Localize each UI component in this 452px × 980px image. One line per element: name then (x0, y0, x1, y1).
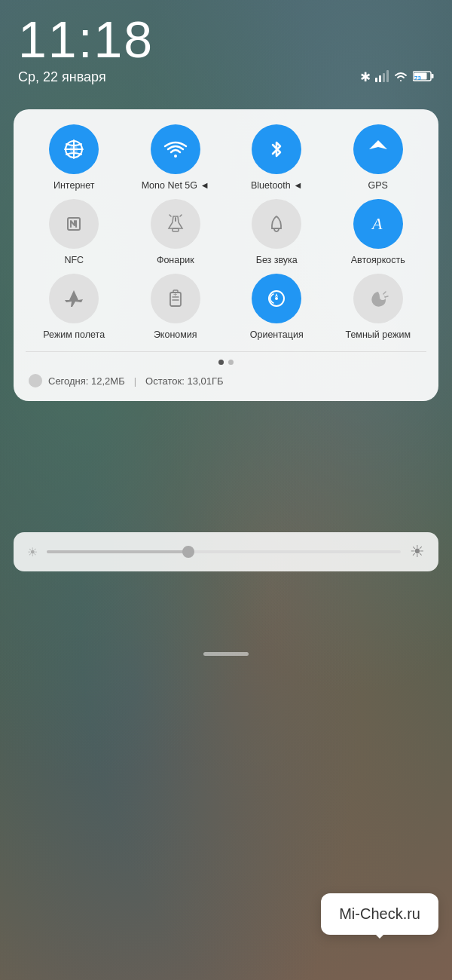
qs-dark-mode-icon (353, 274, 403, 323)
qs-airplane[interactable]: Режим полета (26, 274, 123, 341)
status-icons: ✱ (360, 69, 434, 85)
qs-wifi-label: Mono Net 5G ◄ (142, 180, 209, 191)
qs-orientation-icon (252, 274, 301, 323)
qs-nfc-label: NFC (64, 255, 84, 266)
qs-wifi[interactable]: Mono Net 5G ◄ (127, 124, 224, 191)
qs-orientation-label: Ориентация (250, 329, 304, 341)
qs-bluetooth[interactable]: Bluetooth ◄ (228, 124, 325, 191)
svg-rect-1 (379, 75, 381, 82)
svg-line-26 (385, 296, 388, 297)
signal-icon (375, 70, 389, 85)
brightness-thumb[interactable] (182, 546, 194, 558)
panel-divider (26, 351, 426, 352)
date-label: Ср, 22 января (18, 69, 106, 85)
qs-auto-brightness-icon: A (353, 199, 403, 249)
pagination-dots (26, 360, 426, 365)
quick-settings-panel: Интернет Mono Net 5G ◄ Bluetooth ◄ (14, 109, 438, 401)
brightness-max-icon: ☀ (410, 542, 425, 562)
qs-flashlight[interactable]: Фонарик (127, 199, 224, 266)
svg-point-9 (174, 155, 177, 158)
dot-2 (228, 360, 234, 365)
quick-settings-grid: Интернет Mono Net 5G ◄ Bluetooth ◄ (26, 124, 426, 341)
qs-gps-icon (353, 124, 403, 174)
wifi-status-icon (393, 70, 408, 85)
status-bar: 11:18 Ср, 22 января ✱ (0, 0, 452, 91)
svg-rect-3 (386, 70, 389, 82)
qs-silent[interactable]: Без звука (228, 199, 325, 266)
qs-dark-mode[interactable]: Темный режим (330, 274, 427, 341)
bluetooth-status-icon: ✱ (360, 69, 371, 85)
data-usage-row: Сегодня: 12,2МБ | Остаток: 13,01ГБ (26, 372, 426, 389)
svg-text:73: 73 (414, 74, 421, 81)
qs-silent-label: Без звука (256, 255, 298, 266)
qs-orientation[interactable]: Ориентация (228, 274, 325, 341)
svg-line-15 (180, 215, 182, 216)
data-usage-icon (29, 374, 42, 387)
svg-line-14 (170, 215, 171, 216)
qs-flashlight-icon (151, 199, 200, 249)
svg-text:A: A (371, 214, 383, 233)
qs-gps-label: GPS (368, 180, 388, 191)
qs-dark-mode-label: Темный режим (345, 329, 411, 341)
qs-auto-brightness[interactable]: A Автояркость (330, 199, 427, 266)
clock-time: 11:18 (18, 14, 434, 65)
qs-economy[interactable]: + Экономия (127, 274, 224, 341)
dot-1 (218, 360, 224, 365)
svg-rect-5 (432, 74, 434, 78)
brightness-fill (47, 550, 188, 553)
qs-airplane-icon (49, 274, 99, 323)
qs-flashlight-label: Фонарик (157, 255, 194, 266)
svg-rect-2 (383, 73, 385, 82)
brightness-track[interactable] (47, 550, 401, 553)
data-today: Сегодня: 12,2МБ (48, 375, 125, 387)
data-separator: | (134, 375, 136, 387)
qs-airplane-label: Режим полета (43, 329, 105, 341)
brightness-bar[interactable]: ☀ ☀ (14, 532, 438, 571)
watermark-text: Mi-Check.ru (339, 905, 420, 922)
svg-rect-0 (375, 78, 377, 82)
svg-text:+: + (173, 291, 177, 299)
qs-gps[interactable]: GPS (330, 124, 427, 191)
svg-line-25 (383, 292, 386, 294)
swipe-handle[interactable] (203, 652, 249, 656)
qs-nfc[interactable]: NFC (26, 199, 123, 266)
data-remain: Остаток: 13,01ГБ (145, 375, 223, 387)
qs-wifi-icon (151, 124, 200, 174)
svg-point-23 (275, 297, 278, 300)
watermark: Mi-Check.ru (321, 893, 438, 935)
date-row: Ср, 22 января ✱ (18, 69, 434, 85)
qs-economy-icon: + (151, 274, 200, 323)
qs-bluetooth-icon (252, 124, 301, 174)
qs-economy-label: Экономия (154, 329, 197, 341)
battery-icon: 73 (413, 70, 434, 85)
qs-bluetooth-label: Bluetooth ◄ (251, 180, 303, 191)
qs-internet[interactable]: Интернет (26, 124, 123, 191)
qs-silent-icon (252, 199, 301, 249)
qs-internet-label: Интернет (53, 180, 95, 191)
qs-internet-icon (49, 124, 99, 174)
qs-nfc-icon (49, 199, 99, 249)
brightness-min-icon: ☀ (27, 545, 38, 559)
svg-rect-12 (173, 228, 179, 231)
qs-auto-brightness-label: Автояркость (351, 255, 405, 266)
